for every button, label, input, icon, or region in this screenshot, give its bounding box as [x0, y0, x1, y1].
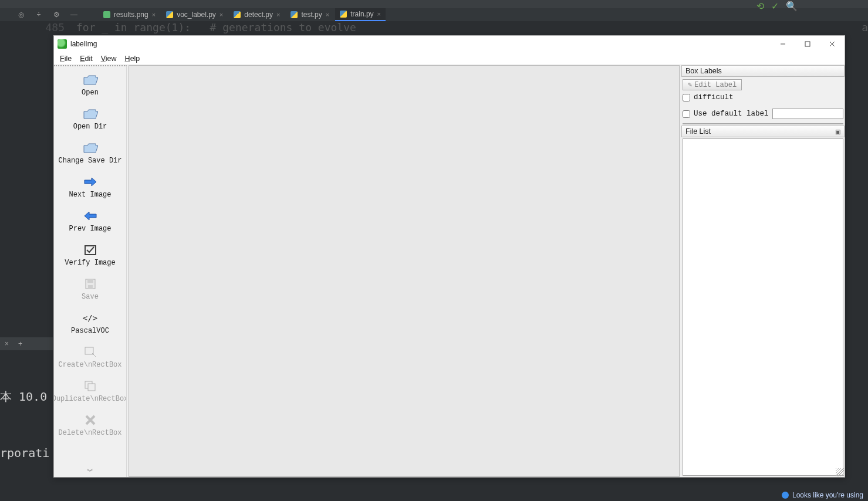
verify-check-icon [83, 243, 98, 256]
difficult-checkbox-row[interactable]: difficult [683, 92, 843, 103]
change-save-dir-label: Change Save Dir [58, 157, 121, 165]
window-titlebar[interactable]: labelImg [54, 36, 845, 52]
window-maximize-button[interactable] [795, 36, 820, 52]
file-list[interactable] [683, 138, 843, 476]
use-default-label-checkbox[interactable] [683, 110, 690, 118]
next-image-button[interactable]: Next Image [55, 172, 126, 206]
ide-status-bar-hint[interactable]: Looks like you're using [777, 489, 868, 501]
undock-icon[interactable]: ▣ [835, 128, 840, 135]
toolbar-overflow-chevron[interactable]: ︾ [87, 466, 93, 477]
tab-label: test.py [301, 11, 322, 19]
arrow-left-icon [83, 209, 98, 222]
default-label-row[interactable]: Use default label [683, 107, 843, 121]
delete-rectbox-button: Delete\nRectBox [55, 410, 126, 444]
svg-rect-4 [88, 285, 93, 289]
left-toolbar: Open Open Dir Change Save Dir Next Image… [54, 65, 127, 477]
right-panels: Box Labels ✎ Edit Label difficult Use de… [681, 65, 845, 477]
file-list-panel-title[interactable]: File List ▣ [681, 126, 845, 137]
prev-image-button[interactable]: Prev Image [55, 206, 126, 240]
difficult-checkbox[interactable] [683, 94, 690, 101]
tab-test-py[interactable]: test.py× [286, 8, 334, 21]
window-resize-handle[interactable] [836, 468, 844, 476]
window-title: labelImg [70, 40, 97, 48]
floppy-save-icon [83, 277, 98, 290]
close-icon[interactable]: × [326, 11, 329, 18]
editor-code-trail: a [862, 21, 868, 33]
tab-label: voc_label.py [177, 11, 216, 19]
delete-x-icon [83, 414, 98, 426]
terminal-tab-close[interactable]: × [5, 340, 9, 348]
tab-voc-label-py[interactable]: voc_label.py× [161, 8, 228, 21]
menu-view[interactable]: ViewView [101, 55, 117, 63]
next-image-label: Next Image [69, 191, 111, 199]
open-dir-button[interactable]: Open Dir [55, 104, 126, 138]
change-save-dir-button[interactable]: Change Save Dir [55, 138, 126, 172]
minus-icon[interactable]: — [69, 10, 79, 19]
tab-train-py[interactable]: train.py× [335, 8, 386, 21]
format-toggle-button[interactable]: </> PascalVOC [55, 308, 126, 342]
tab-label: detect.py [244, 11, 273, 19]
create-rectbox-label: Create\nRectBox [58, 361, 121, 369]
svg-rect-3 [87, 279, 93, 283]
window-close-button[interactable] [820, 36, 845, 52]
open-button[interactable]: Open [55, 70, 126, 104]
labels-list[interactable] [683, 123, 843, 124]
image-canvas[interactable] [129, 65, 680, 477]
difficult-label: difficult [694, 93, 734, 101]
terminal-tab-bar: × + [0, 337, 53, 350]
target-icon[interactable]: ◎ [16, 10, 26, 19]
labelimg-app-icon [58, 39, 67, 49]
close-icon[interactable]: × [276, 11, 280, 18]
menu-help[interactable]: HelpHelp [125, 55, 140, 63]
menu-file[interactable]: FFileile [60, 55, 72, 63]
python-file-icon [234, 11, 241, 18]
pencil-icon: ✎ [688, 80, 692, 89]
tab-label: train.py [350, 10, 373, 18]
terminal-new-tab[interactable]: + [18, 340, 22, 348]
box-labels-panel-title[interactable]: Box Labels [681, 65, 845, 77]
close-icon[interactable]: × [152, 11, 156, 18]
create-rectbox-button: Create\nRectBox [55, 342, 126, 376]
rect-create-icon [83, 346, 98, 358]
prev-image-label: Prev Image [69, 225, 111, 233]
lightbulb-icon [782, 492, 789, 499]
gear-icon[interactable]: ⚙ [52, 10, 61, 19]
window-minimize-button[interactable] [771, 36, 795, 52]
close-icon[interactable]: × [219, 11, 223, 18]
open-label: Open [82, 89, 99, 97]
svg-rect-0 [805, 42, 810, 46]
delete-rectbox-label: Delete\nRectBox [58, 429, 121, 437]
close-icon[interactable]: × [377, 11, 381, 18]
rect-duplicate-icon [83, 380, 98, 392]
folder-open-icon [83, 141, 98, 154]
verify-image-label: Verify Image [65, 259, 115, 267]
terminal-output: 本 10.0 rporati \yolov3 [0, 350, 53, 501]
format-label: PascalVOC [71, 327, 109, 335]
tab-results-png[interactable]: results.png× [99, 8, 160, 21]
verify-image-button[interactable]: Verify Image [55, 240, 126, 274]
labelimg-window: labelImg FFileile EditEdit ViewView Help… [53, 35, 845, 478]
python-file-icon [166, 11, 173, 18]
tab-label: results.png [114, 11, 148, 19]
editor-gutter: 485 [0, 21, 76, 33]
tab-detect-py[interactable]: detect.py× [229, 8, 285, 21]
vcs-commit-icon[interactable]: ✓ [771, 1, 779, 12]
xml-tag-icon: </> [83, 312, 98, 324]
duplicate-rectbox-label: Duplicate\nRectBox [54, 395, 127, 403]
search-icon[interactable]: 🔍 [786, 1, 798, 12]
save-label: Save [82, 293, 99, 301]
image-file-icon [103, 11, 110, 18]
python-file-icon [291, 11, 298, 18]
edit-label-button: ✎ Edit Label [683, 79, 742, 90]
folder-open-icon [83, 73, 98, 86]
divide-icon[interactable]: ÷ [34, 10, 43, 19]
save-button: Save [55, 274, 126, 308]
editor-code-line: for _ in range(1): # generations to evol… [76, 21, 868, 33]
ide-tab-bar: ◎ ÷ ⚙ — results.png× voc_label.py× detec… [0, 8, 868, 21]
svg-rect-7 [88, 384, 95, 391]
vcs-update-icon[interactable]: ⟲ [756, 1, 764, 12]
default-label-input[interactable] [772, 109, 843, 119]
menu-bar: FFileile EditEdit ViewView HelpHelp [54, 52, 845, 65]
menu-edit[interactable]: EditEdit [80, 55, 93, 63]
arrow-right-icon [83, 175, 98, 188]
